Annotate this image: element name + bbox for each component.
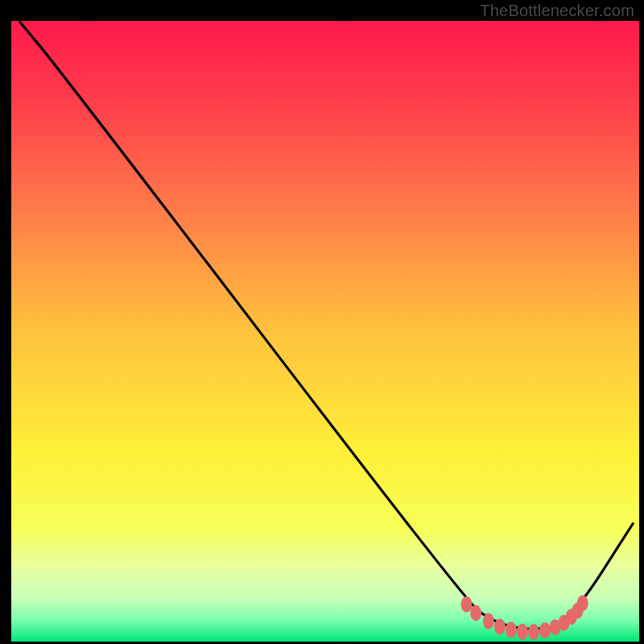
bottleneck-chart [0,0,644,644]
curve-marker [528,624,539,640]
curve-marker [506,621,517,638]
chart-stage: TheBottlenecker.com [0,0,644,644]
curve-marker [577,595,588,611]
curve-marker [461,597,473,613]
curve-marker [470,605,481,621]
curve-marker [494,618,506,634]
gradient-background [11,21,639,642]
curve-marker [483,613,494,630]
curve-marker [539,622,551,638]
curve-marker [517,624,528,640]
watermark-text: TheBottlenecker.com [480,2,634,20]
